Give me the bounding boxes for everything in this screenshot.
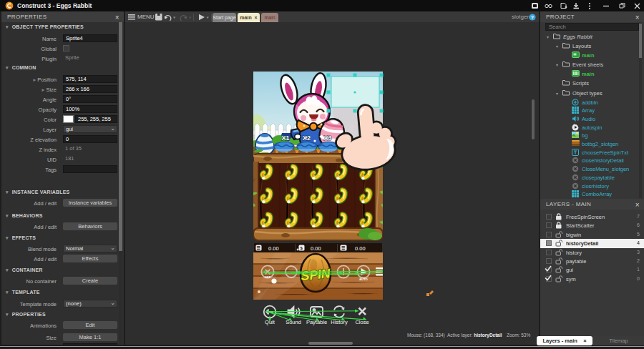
svg-text:☰: ☰ <box>341 246 346 250</box>
svg-text:AUTO: AUTO <box>359 277 369 281</box>
svg-text:0.00: 0.00 <box>268 245 279 252</box>
svg-text:OFF: OFF <box>265 275 271 279</box>
svg-text:☰: ☰ <box>257 246 261 250</box>
svg-text:X1: X1 <box>281 134 289 142</box>
svg-text:X2: X2 <box>303 134 311 142</box>
svg-text:0.00: 0.00 <box>311 245 321 252</box>
svg-text:?: ? <box>531 15 534 20</box>
svg-text:0.00: 0.00 <box>355 245 366 252</box>
